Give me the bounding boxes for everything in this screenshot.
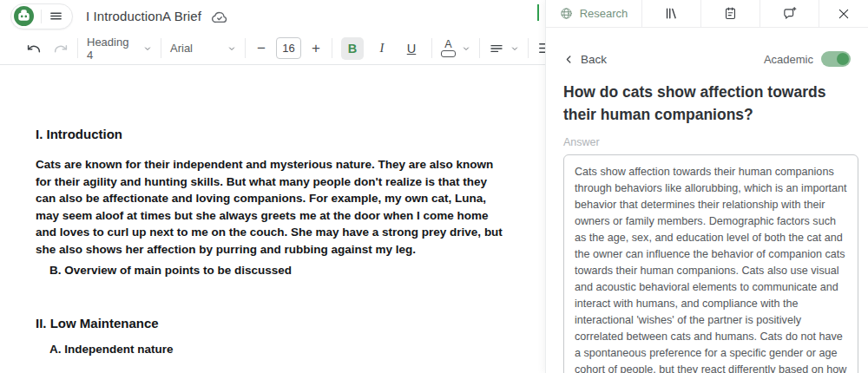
undo-button[interactable] [26, 41, 42, 56]
research-question: How do cats show affection towards their… [563, 81, 852, 126]
doc-subheading-overview[interactable]: B. Overview of main points to be discuss… [49, 264, 545, 277]
back-label: Back [581, 53, 607, 66]
document-canvas[interactable]: I. Introduction Cats are known for their… [0, 66, 545, 356]
app-menu-pill [10, 3, 73, 29]
answer-label: Answer [563, 136, 851, 148]
toolbar-divider [479, 38, 480, 58]
chevron-down-icon[interactable] [510, 44, 519, 53]
font-family-value: Arial [170, 42, 212, 55]
tab-research[interactable]: Research [546, 0, 641, 27]
text-color-letter: A [444, 39, 451, 49]
academic-toggle-group: Academic [764, 51, 851, 67]
toolbar-divider [245, 38, 246, 58]
document-title[interactable]: I IntroductionA Brief [86, 9, 201, 23]
chevron-left-icon [563, 54, 575, 65]
doc-subheading-independent-nature[interactable]: A. Independent nature [49, 343, 545, 356]
redo-button[interactable] [53, 41, 69, 56]
answer-textbox[interactable]: Cats show affection towards their human … [563, 154, 858, 373]
document-header: I IntroductionA Brief [0, 0, 545, 32]
chevron-down-icon[interactable] [462, 44, 470, 53]
tab-research-label: Research [580, 7, 628, 20]
heading-style-value: Heading 4 [87, 36, 137, 62]
cloud-saved-icon [211, 9, 228, 26]
panel-close-button[interactable] [819, 0, 868, 27]
heading-style-select[interactable]: Heading 4 [87, 36, 152, 62]
back-button[interactable]: Back [563, 53, 607, 66]
academic-toggle[interactable] [821, 51, 851, 67]
italic-button[interactable]: I [371, 37, 393, 60]
underline-button[interactable]: U [400, 37, 423, 60]
toolbar-divider [528, 38, 529, 58]
tab-library[interactable] [642, 0, 700, 27]
close-icon [837, 7, 851, 21]
text-caret [537, 4, 539, 21]
app-logo-icon[interactable] [14, 6, 34, 26]
toolbar-divider [332, 38, 332, 58]
answer-text: Cats show affection towards their human … [575, 164, 847, 373]
text-align-button[interactable] [489, 41, 504, 56]
hamburger-menu-icon[interactable] [49, 9, 63, 23]
doc-heading-introduction[interactable]: I. Introduction [36, 127, 545, 141]
chevron-down-icon [227, 44, 236, 53]
pill-divider [41, 10, 42, 23]
books-icon [664, 6, 679, 21]
doc-heading-low-maintenance[interactable]: II. Low Maintenance [36, 316, 545, 330]
text-color-button[interactable]: A [441, 39, 456, 57]
toolbar-divider [161, 38, 161, 58]
doc-paragraph[interactable]: Cats are known for their independent and… [36, 156, 510, 258]
font-size-input[interactable]: 16 [276, 37, 301, 59]
globe-icon [560, 7, 573, 20]
font-family-select[interactable]: Arial [170, 42, 236, 55]
font-size-decrease-button[interactable]: − [254, 40, 268, 57]
text-color-swatch [441, 50, 456, 57]
bold-button[interactable]: B [341, 37, 364, 60]
chevron-down-icon [143, 44, 152, 53]
research-panel: Research [545, 0, 868, 373]
panel-body: Back Academic How do cats show affection… [546, 51, 868, 373]
toggle-knob [837, 53, 849, 65]
tab-new-chat[interactable] [760, 0, 819, 27]
notepad-icon [723, 6, 738, 21]
font-size-increase-button[interactable]: + [309, 40, 323, 57]
panel-tab-bar: Research [546, 0, 868, 28]
toolbar-divider [431, 38, 432, 58]
panel-controls-row: Back Academic [563, 51, 851, 67]
toolbar-divider [77, 38, 78, 58]
tab-notes[interactable] [701, 0, 760, 27]
academic-label: Academic [764, 53, 813, 66]
chat-plus-icon [782, 6, 797, 21]
